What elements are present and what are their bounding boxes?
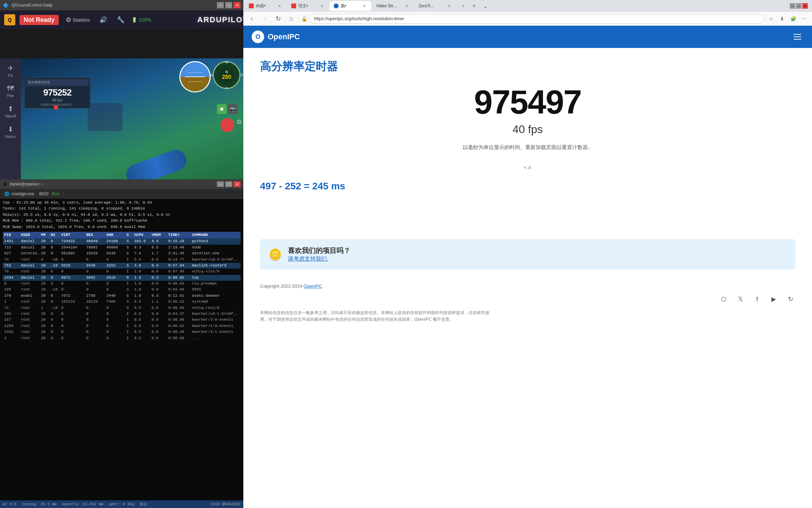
timer-value: 975497 (260, 85, 795, 119)
table-row: 1434daniel200997230922616R1.50.30:00.82t… (3, 275, 241, 281)
nav-fly-label: Fly (8, 74, 13, 77)
nav-takeoff[interactable]: ⬆ Takeoff (1, 102, 20, 121)
address-bar: ‹ › ↻ ⌂ 🔒 ☆ ⬇ 🧩 ⋯ (243, 12, 812, 26)
tools-button[interactable]: 🔧 (114, 15, 127, 25)
col-shr: SHR (106, 232, 127, 238)
terminal-maximize-button[interactable]: □ (225, 181, 232, 187)
inner-window-header: 高分辨率定时器 (26, 79, 89, 86)
camera-capture-button[interactable]: 📷 (228, 104, 238, 114)
footer-social-icons: ⬡ 𝕏 f ▶ ↻ (260, 294, 795, 304)
inner-fps-display: 40 fps (26, 98, 89, 102)
openipc-logo: O OpenIPC (252, 31, 300, 43)
col-ni: NI (51, 232, 61, 238)
bookmark-button[interactable]: ☆ (766, 14, 776, 24)
takeoff-icon: ⬆ (8, 105, 14, 113)
compass-south-marker: S (226, 86, 228, 90)
table-row: 2root200000I0.50.00:00.08... (3, 335, 241, 341)
refresh-icon[interactable]: ↻ (786, 294, 795, 304)
url-input[interactable] (309, 14, 764, 24)
timer-description: 以毫秒为单位显示的时间。重新加载页面以重置计数器。 (260, 144, 795, 151)
tab-openipc[interactable]: 高• ✕ (330, 1, 371, 11)
tab-dropdown-button[interactable]: ⌄ (480, 1, 490, 11)
twitter-icon[interactable]: 𝕏 (736, 294, 745, 304)
disclaimer-1: 本网站包含的信息仅供一般参考之用，访问者不应依赖这些信息。本网站上提供的所有软件… (260, 310, 795, 316)
tab-videostream[interactable]: Video Str... ✕ (372, 1, 414, 11)
more-tabs-button[interactable]: › (458, 1, 468, 11)
qgc-title-text: QGroundControl Daily (11, 3, 214, 8)
tab-close-videostream[interactable]: ✕ (404, 3, 409, 9)
download-button[interactable]: ⬇ (777, 14, 787, 24)
nav-fly[interactable]: ✈ Fly (1, 61, 20, 80)
browser-minimize-button[interactable]: ─ (790, 3, 795, 9)
tab-zerotier[interactable]: ZeroTi... ✕ (414, 1, 456, 11)
process-table-header: PID USER PR NI VIRT RES SHR S %CPU %MEM … (3, 232, 241, 238)
msedge-taskbar-item[interactable]: 🌐 msedge.exe 8920 Run (0, 189, 64, 199)
status-item-6: CSSH @kda2003 (211, 502, 241, 506)
nav-return[interactable]: ⬇ Return (1, 122, 20, 141)
compass-heading-display: 280 (222, 74, 232, 80)
tab-close-xiewen[interactable]: ✕ (319, 3, 325, 9)
youtube-icon[interactable]: ▶ (769, 294, 779, 304)
window-controls: ─ □ ✕ (790, 3, 811, 9)
nav-back-button[interactable]: ‹ (246, 13, 257, 24)
tab-label-neirong: 内容• (256, 3, 266, 9)
record-button[interactable] (220, 118, 234, 132)
browser-settings-button[interactable]: ⋯ (799, 14, 809, 24)
col-time: TIME+ (168, 232, 192, 238)
openipc-footer-link[interactable]: OpenIPC (303, 284, 322, 289)
table-row: 195root10-10000S1.00.00:03.99SMIO (3, 287, 241, 293)
qgc-close-button[interactable]: ✕ (234, 2, 241, 8)
terminal-close-button[interactable]: ✕ (234, 181, 241, 187)
tasks-line: Tasks: 142 total, 1 running, 141 sleepin… (3, 206, 241, 211)
hamburger-menu-button[interactable] (791, 31, 804, 43)
terminal-taskbar: 🌐 msedge.exe 8920 Run (0, 189, 243, 199)
tab-favicon-xiewen (291, 3, 296, 8)
nav-plan[interactable]: 🗺 Plan (1, 82, 20, 100)
tab-close-zerotier[interactable]: ✕ (446, 3, 452, 9)
table-row: 763daniel20-19552834363152S3.90.40:57.64… (3, 263, 241, 269)
video-record-active[interactable] (217, 104, 227, 114)
timer-display: 975497 40 fps (260, 85, 795, 136)
browser-close-button[interactable]: ✕ (802, 3, 808, 9)
tab-close-openipc[interactable]: ✕ (362, 3, 367, 9)
table-row: 1451daniel2007340324084824100S102.54.40:… (3, 238, 241, 244)
facebook-icon[interactable]: f (752, 294, 762, 304)
openipc-header: O OpenIPC (243, 26, 812, 48)
terminal-window-controls: ─ □ ✕ (217, 181, 241, 187)
qgc-minimize-button[interactable]: ─ (217, 2, 224, 8)
qgc-window-controls: ─ □ ✕ (217, 2, 241, 8)
plan-icon: 🗺 (7, 84, 14, 92)
tab-close-neirong[interactable]: ✕ (277, 3, 282, 9)
table-row: 167root200000I0.50.00:00.50kworker/3:0-e… (3, 317, 241, 323)
donate-coin-icon: 🪙 (268, 248, 282, 261)
security-icon: 🔒 (301, 16, 307, 22)
extensions-button[interactable]: 🧩 (788, 14, 798, 24)
nav-home-button[interactable]: ⌂ (286, 13, 297, 24)
inner-timer-display: 975252 (26, 87, 89, 98)
nav-refresh-button[interactable]: ↻ (273, 13, 284, 24)
tab-label-zerotier: ZeroTi... (419, 3, 434, 8)
cursor-indicator: ↖✕ (523, 165, 532, 171)
tab-bar: 内容• ✕ 写文• ✕ 高• ✕ Video Str... ✕ ZeroTi..… (243, 0, 812, 12)
github-icon[interactable]: ⬡ (719, 294, 729, 304)
footer: Copyright 2022-2024 OpenIPC . ⬡ 𝕏 f ▶ ↻ … (260, 284, 795, 323)
status-item-3: яркость: 31.842 мм (62, 502, 104, 506)
tab-neirong[interactable]: 内容• ✕ (245, 1, 286, 11)
col-user: USER (21, 232, 41, 238)
settings-icon[interactable]: ⚙ (236, 118, 242, 126)
mute-button[interactable]: 🔊 (97, 15, 110, 25)
tab-label-xiewen: 写文• (298, 3, 308, 9)
swap-line: MiB Swap: 1024.0 total, 1024.0 free, 0.0… (3, 224, 241, 230)
browser-maximize-button[interactable]: □ (796, 3, 802, 9)
status-item-1: шт 5:5 (3, 502, 17, 506)
compass-n-label: N (222, 70, 232, 74)
new-tab-button[interactable]: + (469, 1, 479, 11)
tab-xiewen[interactable]: 写文• ✕ (287, 1, 329, 11)
terminal-status-bar: шт 5:5 секунд: 33.5 мм яркость: 31.842 м… (0, 500, 243, 508)
qgc-maximize-button[interactable]: □ (225, 2, 232, 8)
qgc-title-bar: 🔷 QGroundControl Daily ─ □ ✕ (0, 0, 243, 10)
nav-forward-button[interactable]: › (259, 13, 270, 24)
stabilize-button[interactable]: ⚙ Stabilize (63, 15, 92, 25)
donate-link[interactable]: 请考虑支持我们. (288, 255, 350, 263)
terminal-minimize-button[interactable]: ─ (217, 181, 224, 187)
